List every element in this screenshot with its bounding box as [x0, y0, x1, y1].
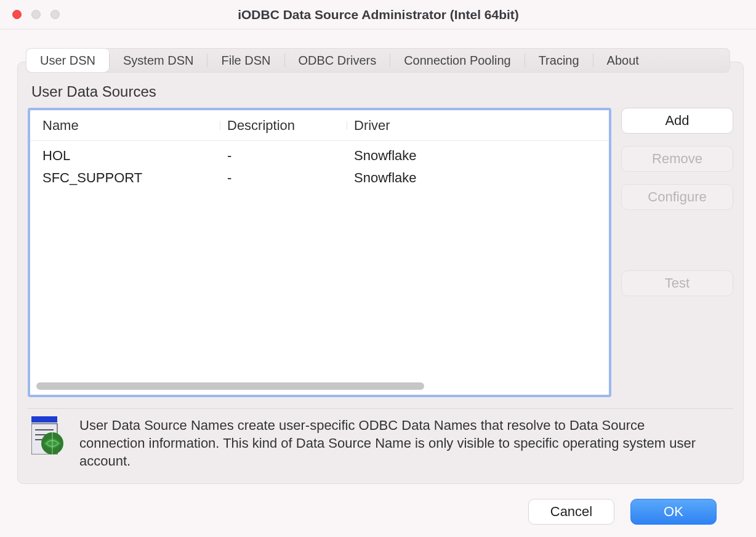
test-button: Test — [621, 270, 733, 296]
add-button[interactable]: Add — [621, 108, 733, 134]
button-label: Remove — [652, 151, 702, 167]
tab-label: System DSN — [123, 54, 193, 68]
cell-driver: Snowflake — [347, 170, 604, 186]
titlebar: iODBC Data Source Administrator (Intel 6… — [0, 0, 756, 30]
cell-description: - — [220, 170, 347, 186]
tab-connection-pooling[interactable]: Connection Pooling — [390, 49, 524, 72]
tab-label: Tracing — [539, 54, 579, 68]
tab-user-dsn[interactable]: User DSN — [26, 49, 109, 72]
tab-tracing[interactable]: Tracing — [525, 49, 593, 72]
datasource-icon — [31, 416, 66, 454]
tab-system-dsn[interactable]: System DSN — [110, 49, 207, 72]
tab-label: File DSN — [221, 54, 270, 68]
cell-driver: Snowflake — [347, 148, 604, 164]
tab-odbc-drivers[interactable]: ODBC Drivers — [285, 49, 390, 72]
tab-bar: User DSN System DSN File DSN ODBC Driver… — [26, 48, 730, 73]
button-label: Add — [665, 113, 689, 129]
table-row[interactable]: SFC_SUPPORT - Snowflake — [35, 167, 604, 189]
cell-name: HOL — [35, 148, 220, 164]
configure-button: Configure — [621, 184, 733, 210]
panel-description: User Data Source Names create user-speci… — [79, 416, 701, 470]
scrollbar-thumb[interactable] — [36, 382, 424, 390]
svg-rect-0 — [31, 416, 57, 422]
button-label: Configure — [648, 189, 706, 205]
tab-label: Connection Pooling — [404, 54, 510, 68]
cell-description: - — [220, 148, 347, 164]
table-header: Name Description Driver — [30, 110, 609, 141]
column-header-description[interactable]: Description — [220, 118, 347, 134]
remove-button: Remove — [621, 146, 733, 172]
side-buttons: Add Remove Configure Test — [621, 108, 733, 397]
ok-button[interactable]: OK — [630, 499, 717, 525]
horizontal-scrollbar[interactable] — [30, 381, 609, 395]
cancel-button[interactable]: Cancel — [528, 499, 614, 525]
divider — [28, 408, 733, 409]
column-header-driver[interactable]: Driver — [347, 118, 604, 134]
dsn-table[interactable]: Name Description Driver HOL - Snowflake … — [28, 108, 611, 397]
button-label: Cancel — [550, 504, 592, 520]
button-label: OK — [664, 504, 683, 520]
tab-label: User DSN — [40, 54, 95, 68]
user-dsn-panel: User Data Sources Name Description Drive… — [17, 62, 744, 484]
window-title: iODBC Data Source Administrator (Intel 6… — [36, 7, 720, 22]
cell-name: SFC_SUPPORT — [35, 170, 220, 186]
tab-file-dsn[interactable]: File DSN — [207, 49, 284, 72]
tab-about[interactable]: About — [593, 49, 653, 72]
close-icon[interactable] — [12, 10, 22, 19]
tab-label: ODBC Drivers — [299, 54, 377, 68]
panel-title: User Data Sources — [31, 83, 733, 100]
table-body: HOL - Snowflake SFC_SUPPORT - Snowflake — [30, 141, 609, 381]
dialog-footer: Cancel OK — [17, 484, 739, 525]
table-row[interactable]: HOL - Snowflake — [35, 145, 604, 167]
tab-label: About — [607, 54, 639, 68]
button-label: Test — [665, 275, 690, 291]
column-header-name[interactable]: Name — [35, 118, 220, 134]
